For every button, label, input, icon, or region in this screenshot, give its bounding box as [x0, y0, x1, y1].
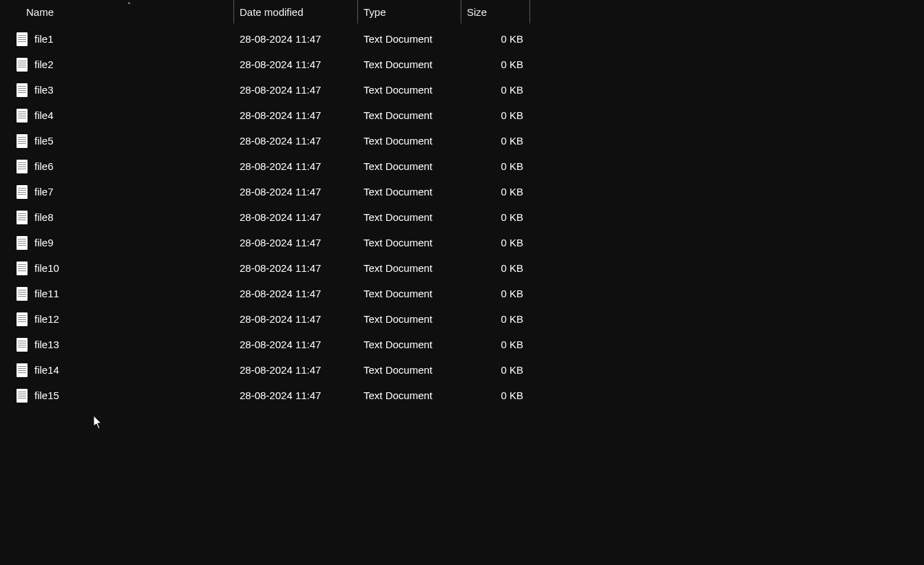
text-document-icon [17, 185, 28, 199]
text-document-icon [17, 312, 28, 326]
file-name-label: file9 [34, 237, 54, 248]
file-type-cell: Text Document [358, 255, 461, 281]
file-date-cell: 28-08-2024 11:47 [234, 332, 358, 357]
file-size-cell: 0 KB [461, 179, 530, 204]
file-date-cell: 28-08-2024 11:47 [234, 230, 358, 255]
file-name-label: file4 [34, 109, 54, 121]
file-date-cell: 28-08-2024 11:47 [234, 153, 358, 179]
file-type-cell: Text Document [358, 179, 461, 204]
file-date-cell: 28-08-2024 11:47 [234, 52, 358, 77]
file-name-cell: file1 [0, 26, 234, 52]
sort-ascending-icon: ˄ [127, 1, 131, 9]
column-header-date-label: Date modified [240, 6, 304, 18]
file-type-cell: Text Document [358, 26, 461, 52]
file-date-cell: 28-08-2024 11:47 [234, 179, 358, 204]
file-date-cell: 28-08-2024 11:47 [234, 128, 358, 153]
column-header-name[interactable]: Name ˄ [0, 0, 234, 23]
file-date-cell: 28-08-2024 11:47 [234, 255, 358, 281]
file-name-label: file3 [34, 84, 54, 96]
column-header-row: Name ˄ Date modified Type Size [0, 0, 924, 23]
file-name-cell: file8 [0, 204, 234, 230]
file-row[interactable]: file328-08-2024 11:47Text Document0 KB [0, 77, 924, 103]
file-size-cell: 0 KB [461, 77, 530, 103]
file-name-label: file12 [34, 313, 59, 325]
file-type-cell: Text Document [358, 103, 461, 128]
file-name-cell: file15 [0, 383, 234, 408]
file-row[interactable]: file1528-08-2024 11:47Text Document0 KB [0, 383, 924, 408]
file-row[interactable]: file428-08-2024 11:47Text Document0 KB [0, 103, 924, 128]
text-document-icon [17, 389, 28, 403]
file-type-cell: Text Document [358, 332, 461, 357]
file-size-cell: 0 KB [461, 26, 530, 52]
file-date-cell: 28-08-2024 11:47 [234, 357, 358, 383]
file-size-cell: 0 KB [461, 332, 530, 357]
file-size-cell: 0 KB [461, 204, 530, 230]
file-name-label: file2 [34, 58, 54, 70]
file-size-cell: 0 KB [461, 281, 530, 306]
text-document-icon [17, 363, 28, 377]
text-document-icon [17, 32, 28, 46]
file-name-label: file10 [34, 262, 59, 274]
text-document-icon [17, 262, 28, 275]
file-name-cell: file13 [0, 332, 234, 357]
text-document-icon [17, 58, 28, 72]
column-header-name-label: Name [26, 6, 54, 18]
file-name-label: file7 [34, 186, 54, 198]
file-row[interactable]: file1228-08-2024 11:47Text Document0 KB [0, 306, 924, 332]
file-name-cell: file10 [0, 255, 234, 281]
file-name-cell: file6 [0, 153, 234, 179]
file-name-cell: file5 [0, 128, 234, 153]
file-name-label: file5 [34, 135, 54, 147]
text-document-icon [17, 109, 28, 122]
file-name-label: file6 [34, 160, 54, 172]
file-date-cell: 28-08-2024 11:47 [234, 281, 358, 306]
file-row[interactable]: file628-08-2024 11:47Text Document0 KB [0, 153, 924, 179]
file-row[interactable]: file1428-08-2024 11:47Text Document0 KB [0, 357, 924, 383]
file-name-label: file14 [34, 364, 59, 376]
column-header-size[interactable]: Size [461, 0, 530, 23]
text-document-icon [17, 236, 28, 250]
file-row[interactable]: file1328-08-2024 11:47Text Document0 KB [0, 332, 924, 357]
file-type-cell: Text Document [358, 153, 461, 179]
file-date-cell: 28-08-2024 11:47 [234, 103, 358, 128]
text-document-icon [17, 338, 28, 352]
file-type-cell: Text Document [358, 383, 461, 408]
file-name-cell: file11 [0, 281, 234, 306]
text-document-icon [17, 134, 28, 148]
file-type-cell: Text Document [358, 306, 461, 332]
file-row[interactable]: file528-08-2024 11:47Text Document0 KB [0, 128, 924, 153]
file-size-cell: 0 KB [461, 255, 530, 281]
file-name-label: file11 [34, 288, 59, 299]
column-header-date-modified[interactable]: Date modified [234, 0, 358, 23]
file-name-cell: file4 [0, 103, 234, 128]
file-type-cell: Text Document [358, 128, 461, 153]
file-size-cell: 0 KB [461, 383, 530, 408]
file-name-label: file8 [34, 211, 54, 223]
file-size-cell: 0 KB [461, 357, 530, 383]
file-row[interactable]: file1028-08-2024 11:47Text Document0 KB [0, 255, 924, 281]
file-type-cell: Text Document [358, 52, 461, 77]
file-name-label: file15 [34, 390, 59, 401]
file-size-cell: 0 KB [461, 306, 530, 332]
file-date-cell: 28-08-2024 11:47 [234, 26, 358, 52]
file-type-cell: Text Document [358, 357, 461, 383]
file-type-cell: Text Document [358, 204, 461, 230]
file-name-cell: file9 [0, 230, 234, 255]
text-document-icon [17, 287, 28, 301]
text-document-icon [17, 160, 28, 173]
mouse-cursor-icon [94, 416, 103, 429]
file-name-cell: file7 [0, 179, 234, 204]
file-row[interactable]: file928-08-2024 11:47Text Document0 KB [0, 230, 924, 255]
file-name-cell: file14 [0, 357, 234, 383]
column-header-type-label: Type [364, 6, 386, 18]
file-row[interactable]: file728-08-2024 11:47Text Document0 KB [0, 179, 924, 204]
column-header-type[interactable]: Type [358, 0, 461, 23]
file-size-cell: 0 KB [461, 153, 530, 179]
file-name-cell: file12 [0, 306, 234, 332]
file-date-cell: 28-08-2024 11:47 [234, 77, 358, 103]
file-row[interactable]: file228-08-2024 11:47Text Document0 KB [0, 52, 924, 77]
file-row[interactable]: file1128-08-2024 11:47Text Document0 KB [0, 281, 924, 306]
file-row[interactable]: file128-08-2024 11:47Text Document0 KB [0, 26, 924, 52]
file-date-cell: 28-08-2024 11:47 [234, 383, 358, 408]
file-row[interactable]: file828-08-2024 11:47Text Document0 KB [0, 204, 924, 230]
